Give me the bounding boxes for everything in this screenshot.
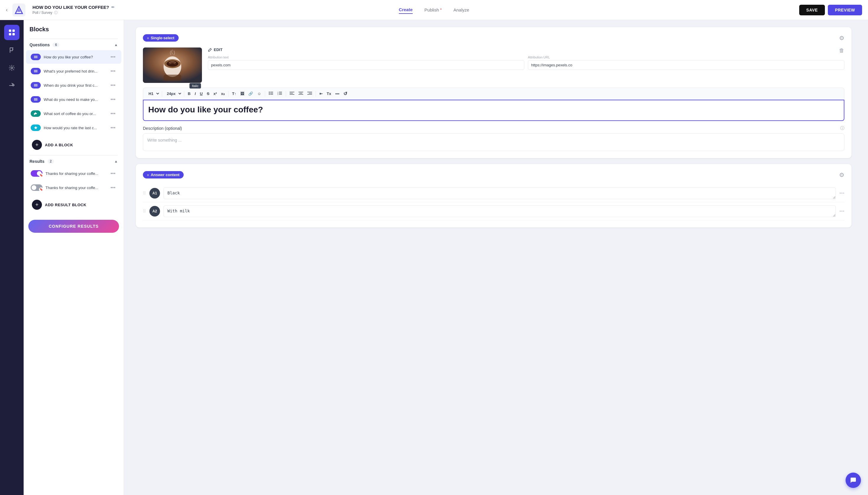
add-result-block-button[interactable]: + ADD RESULT BLOCK: [26, 196, 121, 213]
a2-drag-handle[interactable]: ⠿: [143, 209, 146, 214]
question-item-q2[interactable]: What's your preferred hot drin... •••: [26, 64, 121, 78]
image-meta: EDIT 🗑 Attribution text Attribution URL: [208, 48, 845, 70]
save-button[interactable]: SAVE: [799, 5, 825, 15]
q1-icon: [31, 54, 41, 60]
more-options-button[interactable]: •••: [333, 90, 341, 97]
q5-more[interactable]: •••: [109, 110, 117, 117]
result-item-r1[interactable]: 🔖 Thanks for sharing your coffe... •••: [26, 167, 121, 180]
r1-toggle[interactable]: 🔖: [31, 170, 43, 177]
svg-rect-6: [12, 33, 15, 35]
numbered-list-button[interactable]: 1.2.3.: [276, 90, 284, 97]
subtitle-info-icon[interactable]: ⓘ: [54, 10, 58, 15]
italic-button[interactable]: I: [193, 90, 197, 97]
a2-badge: A2: [149, 206, 160, 217]
fontsize-select[interactable]: 24px16px32px: [164, 90, 182, 97]
question-item-q1[interactable]: How do you like your coffee? •••: [26, 50, 121, 64]
image-insert-button[interactable]: 🖼: [239, 90, 246, 97]
question-item-q5[interactable]: What sort of coffee do you or... •••: [26, 107, 121, 120]
q6-icon: [31, 124, 41, 131]
edit-title-icon[interactable]: ✏: [111, 5, 115, 10]
description-placeholder: Write something ...: [147, 138, 182, 142]
question-item-q3[interactable]: When do you drink your first c... •••: [26, 79, 121, 92]
tab-analyze[interactable]: Analyze: [454, 6, 469, 14]
q2-text: What's your preferred hot drin...: [44, 69, 106, 73]
r1-more[interactable]: •••: [109, 170, 117, 177]
q1-more[interactable]: •••: [109, 53, 117, 61]
r2-more[interactable]: •••: [109, 184, 117, 191]
q4-icon: [31, 96, 41, 103]
question-text-editor[interactable]: How do you like your coffee?: [143, 100, 845, 121]
heading-select[interactable]: H1H2H3: [146, 90, 160, 97]
q6-more[interactable]: •••: [109, 124, 117, 132]
results-section-header[interactable]: Results 2 ▲: [23, 157, 124, 166]
underline-button[interactable]: U: [198, 90, 204, 97]
clear-format-button[interactable]: Tx: [325, 90, 333, 97]
attribution-url-input[interactable]: [528, 60, 845, 70]
strikethrough-button[interactable]: S: [205, 90, 211, 97]
divider-mid: [30, 155, 118, 155]
chat-button[interactable]: [846, 473, 861, 488]
add-block-button[interactable]: + ADD A BLOCK: [26, 136, 121, 153]
a2-more[interactable]: •••: [839, 208, 845, 214]
sidebar-icon-share[interactable]: [4, 78, 19, 93]
sidebar-icon-settings[interactable]: [4, 60, 19, 75]
card1-gear-icon[interactable]: ⚙: [839, 35, 845, 41]
questions-count: 6: [52, 42, 59, 47]
card1-header: ≡ Single-select ⚙: [143, 34, 845, 41]
a2-input[interactable]: With milk: [164, 205, 836, 217]
align-left-button[interactable]: [288, 90, 296, 97]
description-editor[interactable]: Write something ...: [143, 133, 845, 151]
q3-more[interactable]: •••: [109, 81, 117, 89]
delete-image-button[interactable]: 🗑: [839, 48, 845, 54]
bold-button[interactable]: B: [186, 90, 192, 97]
a1-drag-handle[interactable]: ⠿: [143, 191, 146, 195]
card1-badge: ≡ Single-select: [143, 34, 179, 41]
question-item-q6[interactable]: How would you rate the last c... •••: [26, 121, 121, 135]
align-center-button[interactable]: [297, 90, 305, 97]
result-item-r2[interactable]: 🔖 Thanks for sharing your coffe... •••: [26, 181, 121, 194]
svg-point-30: [269, 94, 269, 95]
q3-icon: [31, 82, 41, 88]
q2-icon: [31, 68, 41, 74]
superscript-button[interactable]: x²: [212, 90, 219, 97]
q2-more[interactable]: •••: [109, 67, 117, 75]
indent-button[interactable]: ⇤: [318, 90, 325, 97]
tab-publish[interactable]: Publish ●: [425, 6, 442, 14]
r1-text: Thanks for sharing your coffe...: [46, 171, 106, 176]
configure-results-button[interactable]: CONFIGURE RESULTS: [28, 220, 119, 233]
text-style-button[interactable]: T↑: [230, 90, 238, 97]
card2-gear-icon[interactable]: ⚙: [839, 171, 845, 178]
question-item-q4[interactable]: What do you need to make yo... •••: [26, 92, 121, 106]
r2-toggle[interactable]: 🔖: [31, 184, 43, 191]
attribution-text-input[interactable]: [208, 60, 524, 70]
edit-image-button[interactable]: EDIT: [208, 48, 223, 52]
answer-card: ≡ Answer content ⚙ ⠿ A1 Black ••• ⠿ A2 W…: [136, 164, 851, 227]
bullet-list-button[interactable]: [267, 90, 275, 97]
align-right-button[interactable]: [306, 90, 314, 97]
q4-text: What do you need to make yo...: [44, 97, 106, 102]
emoji-button[interactable]: ☺: [256, 90, 263, 97]
undo-button[interactable]: ↺: [342, 90, 349, 98]
a1-more[interactable]: •••: [839, 191, 845, 196]
preview-button[interactable]: PREVIEW: [828, 5, 862, 15]
svg-rect-4: [12, 30, 15, 32]
description-info-icon: ⓘ: [840, 126, 845, 131]
a1-input[interactable]: Black: [164, 187, 836, 199]
main-layout: Blocks Questions 6 ▲ How do you like you…: [0, 20, 868, 495]
blocks-title: Blocks: [23, 26, 124, 37]
svg-text:3.: 3.: [278, 94, 278, 95]
questions-section-header[interactable]: Questions 6 ▲: [23, 40, 124, 50]
q4-more[interactable]: •••: [109, 96, 117, 103]
tab-create[interactable]: Create: [399, 6, 413, 14]
link-button[interactable]: 🔗: [247, 90, 255, 97]
attribution-url-group: Attribution URL: [528, 55, 845, 70]
nav-tabs: Create Publish ● Analyze: [399, 6, 469, 14]
sidebar-icon-flag[interactable]: [4, 42, 19, 58]
scrollbar[interactable]: [863, 20, 868, 495]
sidebar-icon-grid[interactable]: [4, 25, 19, 40]
blocks-panel: Blocks Questions 6 ▲ How do you like you…: [23, 20, 124, 495]
logo[interactable]: [12, 3, 26, 17]
back-button[interactable]: ‹: [6, 7, 8, 13]
subscript-button[interactable]: x₂: [219, 90, 227, 97]
icon-sidebar: [0, 20, 23, 495]
